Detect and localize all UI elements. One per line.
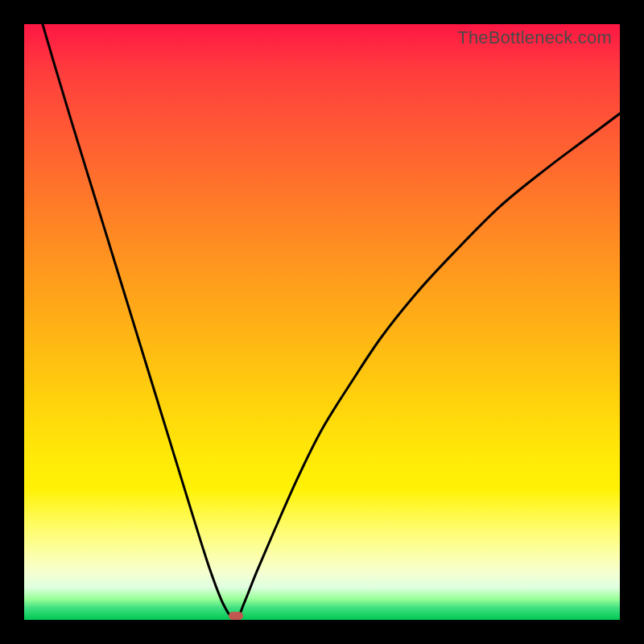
plot-area: TheBottleneck.com [24,24,620,620]
watermark-text: TheBottleneck.com [457,27,612,48]
bottleneck-curve [24,24,620,620]
chart-frame: TheBottleneck.com [0,0,644,644]
optimal-point-marker [229,612,243,620]
